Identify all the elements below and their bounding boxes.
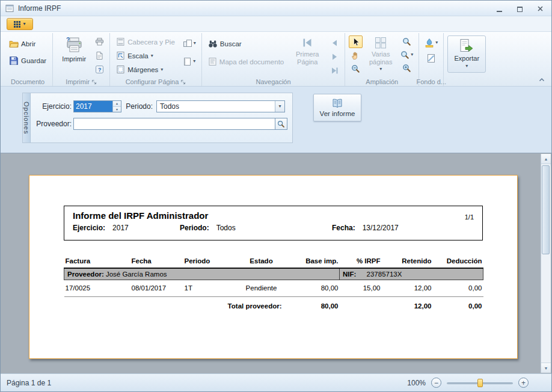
previous-page-icon: [330, 38, 339, 47]
column-header: Estado: [232, 256, 292, 268]
options-tab[interactable]: Opciones: [23, 93, 31, 142]
close-button[interactable]: [536, 5, 544, 12]
zoom-out-button[interactable]: −: [431, 378, 441, 388]
proveedor-search-button[interactable]: [275, 118, 287, 130]
zoom-slider[interactable]: [447, 378, 513, 388]
page-setup-button[interactable]: [93, 49, 106, 61]
options-fields: Ejercicio: 2017 ▲ ▼ Periodo: Todos ▾: [31, 93, 292, 142]
periodo-dropdown-button[interactable]: ▾: [275, 101, 284, 112]
cabecera-pie-button[interactable]: Cabecera y Pie: [114, 36, 177, 47]
options-panel: Opciones Ejercicio: 2017 ▲ ▼ Periodo: To…: [22, 93, 293, 143]
titlebar: Informe IRPF: [1, 1, 551, 16]
primera-pagina-button[interactable]: Primera Página: [290, 34, 325, 73]
spin-up-button[interactable]: ▲: [113, 101, 121, 107]
imprimir-dialog-launcher[interactable]: [91, 79, 97, 85]
quick-print-button[interactable]: [93, 35, 106, 47]
pointer-tool-button[interactable]: [349, 35, 363, 48]
zoom-slider-thumb[interactable]: [477, 379, 483, 387]
total-label: Total proveedor:: [183, 297, 292, 313]
zoom-in-tool-button[interactable]: [399, 62, 415, 74]
periodo-select[interactable]: Todos ▾: [156, 100, 285, 112]
pagina-siguiente-button[interactable]: [328, 51, 341, 63]
zoom-percentage: 100%: [407, 379, 426, 387]
mapa-documento-button[interactable]: Mapa del documento: [206, 56, 286, 67]
zoom-tool-button[interactable]: [399, 35, 415, 47]
buscar-label: Buscar: [220, 40, 242, 47]
hand-tool-button[interactable]: [349, 49, 363, 61]
magnifier-icon: [402, 37, 411, 46]
printer-icon: ?: [65, 36, 83, 54]
spin-down-button[interactable]: ▼: [113, 107, 121, 112]
report-page-indicator: 1/1: [465, 213, 474, 221]
guardar-label: Guardar: [21, 57, 46, 64]
scroll-down-button[interactable]: ▼: [541, 363, 551, 373]
window-controls: [495, 5, 547, 12]
scroll-up-button[interactable]: ▲: [541, 154, 551, 164]
cell-estado: Pendiente: [232, 280, 292, 297]
chevron-down-icon: ▾: [278, 104, 281, 109]
paper-size-button[interactable]: ▾: [181, 55, 198, 67]
ribbon-group-documento: Abrir Guardar Documento: [3, 33, 53, 86]
abrir-button[interactable]: Abrir: [7, 38, 49, 50]
collapse-ribbon-button[interactable]: [537, 75, 547, 84]
color-fondo-button[interactable]: ▾: [423, 37, 440, 49]
cell-deduccion: 0,00: [433, 280, 483, 297]
ejercicio-value: 2017: [74, 101, 112, 112]
proveedor-input[interactable]: [73, 118, 275, 130]
app-menu-button[interactable]: ▾: [7, 18, 33, 30]
configurar-dialog-launcher[interactable]: [180, 79, 186, 85]
dropdown-icon: ▾: [23, 22, 25, 26]
column-header: Retenido: [382, 256, 433, 268]
orientation-button[interactable]: ▾: [181, 37, 198, 49]
dropdown-icon: ▾: [151, 54, 153, 58]
dropdown-icon: ▾: [161, 67, 163, 72]
varias-paginas-button[interactable]: Varias páginas ▾: [364, 34, 397, 73]
varias-paginas-label: Varias páginas: [366, 51, 395, 66]
ejercicio-input[interactable]: 2017 ▲ ▼: [73, 100, 121, 112]
provider-nif-label: NIF:: [343, 271, 356, 278]
escala-button[interactable]: Escala ▾: [114, 50, 177, 61]
report-fecha-label: Fecha:: [332, 224, 355, 232]
report-title: Informe del IRPF Administrador: [73, 210, 208, 221]
provider-nif-value: 23785713X: [367, 271, 402, 278]
scroll-thumb[interactable]: [542, 165, 550, 254]
print-help-button[interactable]: ?: [93, 63, 106, 75]
window-title: Informe IRPF: [18, 4, 61, 13]
column-header: % IRPF: [340, 256, 382, 268]
imprimir-label: Imprimir: [62, 55, 86, 63]
imprimir-button[interactable]: ? Imprimir: [57, 34, 91, 73]
zoom-out-tool-button[interactable]: [349, 63, 363, 75]
marca-agua-button[interactable]: [425, 52, 438, 64]
guardar-button[interactable]: Guardar: [7, 55, 49, 67]
app-window: Informe IRPF ▾ Abrir Gu: [0, 0, 552, 392]
zoom-level-button[interactable]: ▾: [399, 49, 415, 61]
zoom-in-button[interactable]: +: [518, 378, 529, 388]
abrir-label: Abrir: [21, 40, 35, 47]
cell-retenido: 12,00: [382, 280, 433, 297]
open-folder-icon: [9, 39, 19, 49]
minimize-button[interactable]: [495, 5, 503, 12]
preview-scrollbar[interactable]: ▲ ▼: [541, 154, 551, 373]
group-label-configurar-pagina: Configurar Página: [126, 78, 179, 85]
buscar-button[interactable]: Buscar: [206, 38, 286, 50]
margenes-button[interactable]: Márgenes ▾: [114, 64, 177, 75]
maximize-icon: [517, 7, 523, 12]
next-page-icon: [330, 52, 339, 61]
exportar-button[interactable]: Exportar ▾: [447, 35, 486, 73]
zoom-in-icon: [402, 64, 411, 73]
last-page-icon: [330, 66, 339, 75]
quick-print-icon: [95, 37, 104, 46]
report-table-header-row: Factura Fecha Periodo Estado Base imp. %…: [64, 256, 483, 268]
maximize-button[interactable]: [515, 5, 524, 12]
ejercicio-label: Ejercicio:: [35, 102, 72, 111]
ver-informe-button[interactable]: Ver informe: [313, 94, 361, 121]
zoom-controls: 100% − +: [407, 378, 529, 388]
minimize-icon: [497, 10, 502, 12]
ribbon-group-ampliacion: Varias páginas ▾ ▾ Ampliación: [345, 33, 419, 86]
ribbon-group-exportar: Exportar ▾: [444, 33, 489, 86]
pagina-anterior-button[interactable]: [328, 37, 341, 49]
provider-row: Proveedor: José García Ramos NIF: 237857…: [64, 268, 483, 280]
ribbon-group-navegacion: Buscar Mapa del documento Primera Página: [202, 33, 345, 86]
page-icon: [95, 51, 104, 60]
ultima-pagina-button[interactable]: [328, 64, 341, 76]
